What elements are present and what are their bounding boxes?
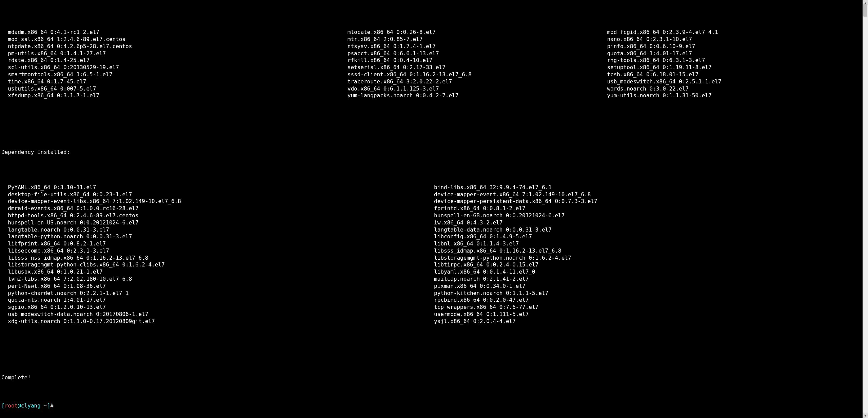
package-entry: fprintd.x86_64 0:0.8.1-2.el7 [434, 205, 867, 212]
package-entry: tcp_wrappers.x86_64 0:7.6-77.el7 [434, 304, 867, 311]
prompt-host: clyang [21, 402, 41, 409]
package-entry: langtable.noarch 0:0.0.31-3.el7 [8, 226, 434, 234]
package-entry: usb_modeswitch.x86_64 0:2.5.1-1.el7 [607, 78, 867, 85]
package-entry: yum-langpacks.noarch 0:0.4.2-7.el7 [348, 92, 607, 99]
package-entry: setserial.x86_64 0:2.17-33.el7 [348, 64, 607, 71]
package-entry: desktop-file-utils.x86_64 0:0.23-1.el7 [8, 191, 434, 198]
package-entry: PyYAML.x86_64 0:3.10-11.el7 [8, 184, 434, 191]
package-entry: xdg-utils.noarch 0:1.1.0-0.17.20120809gi… [8, 318, 434, 325]
package-entry: rpcbind.x86_64 0:0.2.0-47.el7 [434, 297, 867, 304]
blank-line [1, 121, 867, 128]
package-entry: rfkill.x86_64 0:0.4-10.el7 [348, 57, 607, 64]
package-entry: quota-nls.noarch 1:4.01-17.el7 [8, 297, 434, 304]
vertical-scrollbar[interactable]: ▲ ▼ [863, 0, 868, 418]
dependency-installed-header: Dependency Installed: [1, 149, 867, 156]
prompt-close-bracket: ] [47, 402, 51, 409]
prompt-open-bracket: [ [1, 402, 5, 409]
package-entry: langtable-python.noarch 0:0.0.31-3.el7 [8, 233, 434, 240]
package-entry: pm-utils.x86_64 0:1.4.1-27.el7 [8, 50, 348, 57]
package-entry: libnl.x86_64 0:1.1.4-3.el7 [434, 240, 867, 247]
package-entry: hunspell-en-US.noarch 0:0.20121024-6.el7 [8, 219, 434, 226]
package-entry: yajl.x86_64 0:2.0.4-4.el7 [434, 318, 867, 325]
terminal-output[interactable]: mdadm.x86_64 0:4.1-rc1_2.el7mod_ssl.x86_… [0, 0, 868, 418]
prompt-path: ~ [41, 402, 47, 409]
package-entry: tcsh.x86_64 0:6.18.01-15.el7 [607, 71, 867, 78]
package-entry: sgpio.x86_64 0:1.2.0.10-13.el7 [8, 304, 434, 311]
prompt-at: @ [18, 402, 21, 409]
package-entry: libusbx.x86_64 0:1.0.21-1.el7 [8, 268, 434, 276]
package-entry: python-chardet.noarch 0:2.2.1-1.el7_1 [8, 290, 434, 297]
shell-prompt[interactable]: [root@clyang ~]# [1, 402, 867, 410]
package-entry: libconfig.x86_64 0:1.4.9-5.el7 [434, 233, 867, 240]
package-entry: device-mapper-event.x86_64 7:1.02.149-10… [434, 191, 867, 198]
package-entry: usbutils.x86_64 0:007-5.el7 [8, 85, 348, 93]
package-entry: xfsdump.x86_64 0:3.1.7-1.el7 [8, 92, 348, 99]
dependency-col-1: bind-libs.x86_64 32:9.9.4-74.el7_6.1devi… [434, 184, 867, 325]
package-entry: mod_ssl.x86_64 1:2.4.6-89.el7.centos [8, 36, 348, 43]
package-entry: scl-utils.x86_64 0:20130529-19.el7 [8, 64, 348, 71]
package-entry: pixman.x86_64 0:0.34.0-1.el7 [434, 283, 867, 290]
scrollbar-thumb[interactable] [863, 4, 867, 17]
complete-message: Complete! [1, 374, 867, 381]
installed-col-1: mlocate.x86_64 0:0.26-8.el7mtr.x86_64 2:… [348, 29, 607, 99]
package-entry: quota.x86_64 1:4.01-17.el7 [607, 50, 867, 57]
package-entry: vdo.x86_64 0:6.1.1.125-3.el7 [348, 85, 607, 93]
package-entry: time.x86_64 0:1.7-45.el7 [8, 78, 348, 85]
package-entry: dmraid-events.x86_64 0:1.0.0.rc16-28.el7 [8, 205, 434, 212]
installed-col-0: mdadm.x86_64 0:4.1-rc1_2.el7mod_ssl.x86_… [1, 29, 348, 99]
package-entry: iw.x86_64 0:4.3-2.el7 [434, 219, 867, 226]
dependency-col-0: PyYAML.x86_64 0:3.10-11.el7desktop-file-… [1, 184, 434, 325]
package-entry: usermode.x86_64 0:1.111-5.el7 [434, 311, 867, 318]
package-entry: setuptool.x86_64 0:1.19.11-8.el7 [607, 64, 867, 71]
package-entry: device-mapper-persistent-data.x86_64 0:0… [434, 198, 867, 205]
package-entry: libsss_idmap.x86_64 0:1.16.2-13.el7_6.8 [434, 247, 867, 255]
package-entry: libseccomp.x86_64 0:2.3.1-3.el7 [8, 247, 434, 255]
package-entry: traceroute.x86_64 3:2.0.22-2.el7 [348, 78, 607, 85]
package-entry: smartmontools.x86_64 1:6.5-1.el7 [8, 71, 348, 78]
package-entry: ntsysv.x86_64 0:1.7.4-1.el7 [348, 43, 607, 50]
prompt-user: root [5, 402, 18, 409]
package-entry: sssd-client.x86_64 0:1.16.2-13.el7_6.8 [348, 71, 607, 78]
package-entry: rng-tools.x86_64 0:6.3.1-3.el7 [607, 57, 867, 64]
package-entry: hunspell-en-GB.noarch 0:0.20121024-6.el7 [434, 212, 867, 219]
package-entry: mod_fcgid.x86_64 0:2.3.9-4.el7_4.1 [607, 29, 867, 36]
package-entry: pinfo.x86_64 0:0.6.10-9.el7 [607, 43, 867, 50]
package-entry: mlocate.x86_64 0:0.26-8.el7 [348, 29, 607, 36]
blank-line [1, 346, 867, 353]
package-entry: bind-libs.x86_64 32:9.9.4-74.el7_6.1 [434, 184, 867, 191]
package-entry: mtr.x86_64 2:0.85-7.el7 [348, 36, 607, 43]
package-entry: python-kitchen.noarch 0:1.1.1-5.el7 [434, 290, 867, 297]
package-entry: langtable-data.noarch 0:0.0.31-3.el7 [434, 226, 867, 234]
package-entry: libtirpc.x86_64 0:0.2.4-0.15.el7 [434, 261, 867, 268]
package-entry: ntpdate.x86_64 0:4.2.6p5-28.el7.centos [8, 43, 348, 50]
package-entry: usb_modeswitch-data.noarch 0:20170806-1.… [8, 311, 434, 318]
package-entry: libstoragemgmt-python-clibs.x86_64 0:1.6… [8, 261, 434, 268]
package-entry: lvm2-libs.x86_64 7:2.02.180-10.el7_6.8 [8, 276, 434, 283]
scrollbar-arrow-down-icon[interactable]: ▼ [863, 413, 868, 418]
package-entry: words.noarch 0:3.0-22.el7 [607, 85, 867, 93]
package-entry: psacct.x86_64 0:6.6.1-13.el7 [348, 50, 607, 57]
package-entry: libstoragemgmt-python.noarch 0:1.6.2-4.e… [434, 255, 867, 262]
prompt-hash: # [51, 402, 57, 409]
installed-packages-grid: mdadm.x86_64 0:4.1-rc1_2.el7mod_ssl.x86_… [1, 29, 867, 99]
package-entry: libyaml.x86_64 0:0.1.4-11.el7_0 [434, 268, 867, 276]
package-entry: perl-Newt.x86_64 0:1.08-36.el7 [8, 283, 434, 290]
package-entry: mdadm.x86_64 0:4.1-rc1_2.el7 [8, 29, 348, 36]
package-entry: device-mapper-event-libs.x86_64 7:1.02.1… [8, 198, 434, 205]
package-entry: mailcap.noarch 0:2.1.41-2.el7 [434, 276, 867, 283]
package-entry: httpd-tools.x86_64 0:2.4.6-89.el7.centos [8, 212, 434, 219]
package-entry: libsss_nss_idmap.x86_64 0:1.16.2-13.el7_… [8, 255, 434, 262]
package-entry: yum-utils.noarch 0:1.1.31-50.el7 [607, 92, 867, 99]
package-entry: rdate.x86_64 0:1.4-25.el7 [8, 57, 348, 64]
dependency-packages-grid: PyYAML.x86_64 0:3.10-11.el7desktop-file-… [1, 184, 867, 325]
package-entry: nano.x86_64 0:2.3.1-10.el7 [607, 36, 867, 43]
package-entry: libfprint.x86_64 0:0.8.2-1.el7 [8, 240, 434, 247]
installed-col-2: mod_fcgid.x86_64 0:2.3.9-4.el7_4.1nano.x… [607, 29, 867, 99]
